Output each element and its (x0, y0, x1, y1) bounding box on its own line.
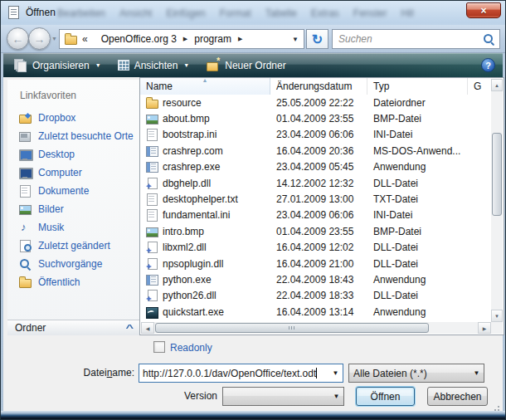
background-menu-item: Bearbeiten (57, 7, 105, 19)
organize-button[interactable]: Organisieren ▼ (7, 56, 108, 76)
searches-icon (18, 257, 32, 271)
sidebar-item-dokumente[interactable]: Dokumente (7, 182, 139, 200)
file-row-desktophelper-txt[interactable]: desktophelper.txt 27.01.2009 13:00 TXT-D… (141, 191, 491, 207)
breadcrumb-item-openoffice[interactable]: OpenOffice.org 3 (101, 33, 177, 45)
cancel-button[interactable]: Abbrechen (427, 387, 488, 406)
column-header-type[interactable]: Typ (367, 78, 468, 95)
file-row-bootstrap-ini[interactable]: bootstrap.ini 23.04.2009 06:06 INI-Datei (141, 127, 491, 143)
background-menu-item: Fenster (353, 7, 387, 19)
filename-input[interactable]: http://127.0.0.1/dav/OpenOffice/text.odt… (139, 364, 343, 383)
column-header-name[interactable]: Name ▲ (140, 78, 270, 95)
file-row-fundamental-ini[interactable]: fundamental.ini 23.04.2009 06:06 INI-Dat… (141, 208, 491, 223)
address-dropdown-icon[interactable]: ▼ (292, 36, 299, 43)
vertical-scrollbar[interactable]: ▲ ▼ (491, 79, 503, 322)
file-row-quickstart-exe[interactable]: quickstart.exe 16.04.2009 13:14 Anwendun… (141, 304, 491, 320)
sidebar-item-desktop[interactable]: Desktop (7, 145, 139, 164)
open-file-dialog: Öffnen BearbeitenAnsichtEinfügenFormatTa… (0, 0, 506, 420)
column-header-size[interactable]: G (468, 78, 492, 95)
folder-icon (64, 32, 77, 46)
file-date: 16.04.2009 12:02 (270, 242, 367, 253)
scroll-right-button[interactable]: ▶ (478, 322, 491, 334)
history-dropdown-icon[interactable]: ▼ (51, 36, 57, 42)
sidebar-item-label: Öffentlich (38, 276, 80, 288)
breadcrumb-separator-icon[interactable]: ▶ (183, 36, 187, 42)
breadcrumb[interactable]: « OpenOffice.org 3 ▶ program ▶ ▼ (59, 29, 304, 49)
resize-grip[interactable] (491, 403, 499, 411)
background-menu-item: Ansicht (119, 7, 152, 19)
file-name: bootstrap.ini (163, 129, 217, 140)
new-folder-button[interactable]: Neuer Ordner (199, 56, 292, 76)
breadcrumb-overflow-chevron[interactable]: « (82, 33, 88, 45)
file-type: DLL-Datei (367, 258, 491, 270)
search-input[interactable]: Suchen (332, 29, 500, 49)
app-icon (145, 273, 158, 286)
text-icon (145, 128, 158, 141)
scroll-left-button[interactable]: ◀ (141, 322, 154, 334)
public-folder-icon (18, 276, 32, 289)
sidebar-item-suchvorgange[interactable]: Suchvorgänge (7, 255, 139, 273)
background-window-menubar: BearbeitenAnsichtEinfügenFormatTabelleEx… (57, 7, 414, 19)
sidebar-item-offentlich[interactable]: Öffentlich (7, 273, 139, 291)
file-type: TXT-Datei (367, 193, 491, 205)
file-name: about.bmp (163, 113, 210, 125)
filetype-select[interactable]: Alle Dateien (*.*) ▼ (348, 364, 484, 383)
text-cursor (316, 368, 317, 378)
sidebar-item-dropbox[interactable]: Dropbox (7, 109, 139, 127)
open-button[interactable]: Öffnen (356, 387, 415, 406)
desktop-icon (18, 148, 32, 161)
file-name: quickstart.exe (163, 306, 224, 318)
file-date: 23.04.2009 06:06 (270, 129, 367, 140)
column-header-date[interactable]: Änderungsdatum (270, 78, 367, 95)
dialog-icon (8, 6, 19, 19)
forward-button[interactable]: → (28, 27, 51, 50)
filename-value: http://127.0.0.1/dav/OpenOffice/text.odt (143, 368, 316, 379)
file-row-intro-bmp[interactable]: intro.bmp 01.04.2009 23:55 BMP-Datei (141, 223, 491, 239)
sidebar-item-bilder[interactable]: Bilder (7, 200, 139, 218)
file-name: libxml2.dll (163, 242, 207, 253)
folder-icon (145, 96, 158, 110)
close-button[interactable]: × (466, 2, 501, 18)
file-row-crashrep-com[interactable]: crashrep.com 16.04.2009 20:36 MS-DOS-Anw… (141, 143, 491, 159)
titlebar[interactable]: Öffnen BearbeitenAnsichtEinfügenFormatTa… (1, 1, 505, 25)
file-row-python26-dll[interactable]: python26.dll 22.04.2009 18:33 DLL-Datei (141, 288, 491, 304)
file-date: 25.05.2009 22:22 (270, 97, 367, 109)
scroll-up-button[interactable]: ▲ (491, 79, 503, 91)
sidebar-item-zuletzt-geandert[interactable]: Zuletzt geändert (7, 237, 139, 255)
filename-dropdown-icon[interactable]: ▼ (328, 364, 343, 382)
sidebar-item-zuletzt-besuchte-orte[interactable]: Zuletzt besuchte Orte (7, 127, 139, 145)
sidebar-item-label: Dropbox (38, 112, 75, 124)
file-name: npsoplugin.dll (163, 258, 223, 270)
vertical-scroll-thumb[interactable] (492, 133, 502, 216)
horizontal-scrollbar[interactable]: ◀ ▶ (141, 322, 491, 334)
breadcrumb-item-program[interactable]: program (194, 33, 231, 45)
help-button[interactable]: ? (481, 58, 495, 72)
sidebar-items: Dropbox Zuletzt besuchte Orte Desktop Co… (7, 109, 139, 291)
dropbox-folder-icon (18, 111, 32, 125)
views-button[interactable]: Ansichten ▼ (111, 56, 197, 76)
scroll-down-button[interactable]: ▼ (491, 310, 503, 322)
help-icon: ? (485, 61, 491, 71)
file-date: 22.04.2009 18:33 (270, 290, 367, 301)
folders-expander[interactable]: Ordner ^ (7, 320, 139, 335)
file-row-resource[interactable]: resource 25.05.2009 22:22 Dateiordner (141, 95, 491, 110)
refresh-button[interactable]: ↻ (306, 29, 328, 49)
readonly-checkbox[interactable] (153, 341, 165, 353)
file-row-dbghelp-dll[interactable]: dbghelp.dll 14.12.2002 12:32 DLL-Datei (141, 175, 491, 191)
image-icon (145, 225, 158, 238)
sidebar-item-computer[interactable]: Computer (7, 164, 139, 182)
file-row-about-bmp[interactable]: about.bmp 01.04.2009 23:55 BMP-Datei (141, 110, 491, 126)
file-list: Name ▲ Änderungsdatum Typ G resource 25.… (139, 77, 504, 335)
chevron-down-icon: ▼ (183, 62, 189, 68)
version-select[interactable]: ▼ (222, 387, 344, 406)
back-button[interactable]: ← (7, 27, 29, 50)
breadcrumb-separator-icon[interactable]: ▶ (238, 36, 242, 42)
file-row-crashrep-exe[interactable]: crashrep.exe 23.04.2009 05:45 Anwendung (141, 159, 491, 175)
file-row-npsoplugin-dll[interactable]: npsoplugin.dll 16.04.2009 21:00 DLL-Date… (141, 256, 491, 271)
file-row-python-exe[interactable]: python.exe 22.04.2009 18:43 Anwendung (141, 271, 491, 287)
dll-icon (145, 241, 158, 254)
sidebar-item-musik[interactable]: Musik (7, 218, 139, 237)
horizontal-scroll-thumb[interactable] (155, 323, 429, 333)
readonly-label: Readonly (170, 342, 212, 354)
back-arrow-icon: ← (12, 32, 24, 46)
file-row-libxml2-dll[interactable]: libxml2.dll 16.04.2009 12:02 DLL-Datei (141, 240, 491, 256)
